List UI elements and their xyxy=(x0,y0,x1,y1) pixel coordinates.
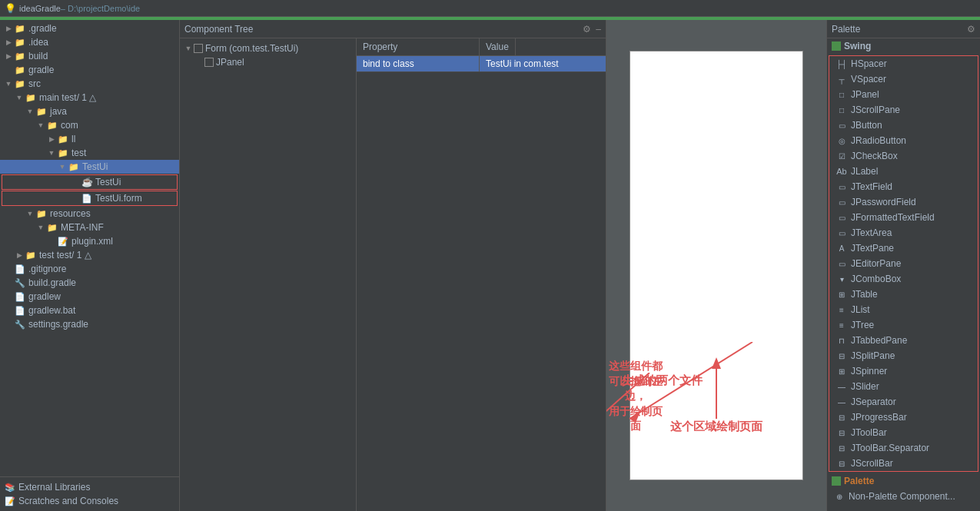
palette-item-hspacer[interactable]: ├┤ HSpacer xyxy=(829,56,978,71)
property-name-bind: bind to class xyxy=(357,56,480,71)
palette-item-jlist[interactable]: ≡ JList xyxy=(829,302,978,317)
non-palette-icon: ⊕ xyxy=(833,490,845,503)
folder-blue-icon: 📁 xyxy=(68,161,80,173)
palette-item-jtoolbar[interactable]: ⊟ JToolBar xyxy=(829,425,978,440)
sidebar-item-gitignore[interactable]: 📄 .gitignore xyxy=(0,262,179,276)
palette-item-jcombobox[interactable]: ▾ JComboBox xyxy=(829,271,978,287)
sidebar-item-test[interactable]: ▼ 📁 test xyxy=(0,146,179,160)
sidebar-item-idea[interactable]: ▶ 📁 .idea xyxy=(0,35,179,49)
main-area: ▶ 📁 .gradle ▶ 📁 .idea ▶ 📁 build xyxy=(0,20,980,511)
sidebar-item-gradle[interactable]: ▶ 📁 .gradle xyxy=(0,22,179,35)
component-tree-list[interactable]: ▼ Form (com.test.TestUi) JPanel xyxy=(180,38,357,511)
palette-item-jpasswordfield[interactable]: ▭ JPasswordField xyxy=(829,194,978,210)
palette-item-jradiobutton[interactable]: ◎ JRadioButton xyxy=(829,133,978,148)
arrow-icon: ▶ xyxy=(46,135,57,143)
palette-title: Palette xyxy=(832,24,860,35)
sidebar-item-ll[interactable]: ▶ 📁 ll xyxy=(0,132,179,146)
gear-icon[interactable]: ⚙ xyxy=(583,24,591,35)
palette-item-jtree[interactable]: ≡ JTree xyxy=(829,317,978,333)
canvas-area: 这个区域绘制页面 生成的两个文件 这些组件都可以拖到左边， 用于绘制页面 xyxy=(606,20,826,511)
palette-item-jpanel[interactable]: □ JPanel xyxy=(829,87,978,102)
sidebar-item-external-libraries[interactable]: 📚 External Libraries xyxy=(5,480,174,494)
minimize-icon[interactable]: – xyxy=(596,24,601,35)
svg-line-4 xyxy=(606,373,649,434)
sidebar-item-meta-inf[interactable]: ▼ 📁 META-INF xyxy=(0,221,179,234)
arrow-icon: ▶ xyxy=(3,38,14,46)
palette-item-jeditorpane[interactable]: ▭ JEditorPane xyxy=(829,256,978,271)
jcombobox-icon: ▾ xyxy=(835,273,848,285)
palette-item-non-palette[interactable]: ⊕ Non-Palette Component... xyxy=(827,489,980,504)
arrow-icon: ▼ xyxy=(35,121,46,129)
ct-item-jpanel[interactable]: JPanel xyxy=(180,55,356,69)
sidebar-item-build[interactable]: ▶ 📁 build xyxy=(0,49,179,63)
property-row-bind[interactable]: bind to class TestUi in com.test xyxy=(357,56,606,72)
file-icon: 📄 xyxy=(14,304,26,317)
palette-group2-label: Palette xyxy=(844,476,874,486)
gradle-icon: 🔧 xyxy=(14,277,26,289)
xml-icon: 📝 xyxy=(57,235,69,247)
arrow-icon: ▼ xyxy=(183,45,194,52)
sidebar-item-test2[interactable]: ▶ 📁 test test/ 1 △ xyxy=(0,248,179,262)
ct-item-form[interactable]: ▼ Form (com.test.TestUi) xyxy=(180,41,356,55)
jtree-icon: ≡ xyxy=(835,319,848,331)
top-bar: 💡 ideaGradle – D:\projectDemo\ide xyxy=(0,0,980,17)
jspinner-icon: ⊞ xyxy=(835,365,848,377)
sidebar-item-scratches[interactable]: 📝 Scratches and Consoles xyxy=(5,494,174,508)
palette-item-jlabel[interactable]: Ab JLabel xyxy=(829,164,978,179)
jscrollbar-icon: ⊟ xyxy=(835,457,848,470)
sidebar-item-java[interactable]: ▼ 📁 java xyxy=(0,105,179,118)
palette-item-jscrollbar[interactable]: ⊟ JScrollBar xyxy=(829,456,978,471)
arrow-icon: ▼ xyxy=(25,210,35,217)
arrow-icon: ▼ xyxy=(57,163,68,171)
palette-item-vspacer[interactable]: ┬ VSpacer xyxy=(829,71,978,87)
palette-item-jformattedtextfield[interactable]: ▭ JFormattedTextField xyxy=(829,210,978,225)
jtoolbar-icon: ⊟ xyxy=(835,426,848,439)
folder-icon: 📁 xyxy=(14,36,26,48)
sidebar-item-resources[interactable]: ▼ 📁 resources xyxy=(0,207,179,221)
sidebar-item-gradlew-bat[interactable]: 📄 gradlew.bat xyxy=(0,304,179,317)
sidebar-item-settings-gradle[interactable]: 🔧 settings.gradle xyxy=(0,317,179,331)
component-tree-title: Component Tree xyxy=(184,24,253,35)
palette-item-jslider[interactable]: — JSlider xyxy=(829,379,978,394)
palette-check2 xyxy=(832,476,841,486)
jeditorpane-icon: ▭ xyxy=(835,257,848,270)
palette-item-jseparator[interactable]: — JSeparator xyxy=(829,394,978,410)
palette-panel: Palette ⚙ Swing ├┤ HSpacer xyxy=(826,20,980,511)
palette-item-jscrollpane[interactable]: □ JScrollPane xyxy=(829,102,978,118)
arrow-icon: ▼ xyxy=(3,80,14,88)
palette-item-jtabbedpane[interactable]: ⊓ JTabbedPane xyxy=(829,333,978,348)
app-path: – D:\projectDemo\ide xyxy=(61,4,140,13)
sidebar-item-com[interactable]: ▼ 📁 com xyxy=(0,118,179,132)
palette-item-jbutton[interactable]: ▭ JButton xyxy=(829,118,978,133)
folder-icon: 📁 xyxy=(14,64,26,76)
palette-header-actions: ⚙ xyxy=(967,24,975,35)
jpanel-checkbox xyxy=(204,58,214,67)
sidebar-item-main[interactable]: ▼ 📁 main test/ 1 △ xyxy=(0,91,179,105)
palette-item-jtextpane[interactable]: A JTextPane xyxy=(829,241,978,256)
sidebar-item-build-gradle[interactable]: 🔧 build.gradle xyxy=(0,276,179,290)
jpanel-icon: □ xyxy=(835,88,848,101)
palette-item-jtextfield[interactable]: ▭ JTextField xyxy=(829,179,978,194)
palette-item-jtoolbar-separator[interactable]: ⊟ JToolBar.Separator xyxy=(829,440,978,456)
palette-item-jtable[interactable]: ⊞ JTable xyxy=(829,287,978,302)
folder-blue-icon: 📁 xyxy=(35,105,48,118)
jformattedtextfield-icon: ▭ xyxy=(835,211,848,224)
swing-group-label: Swing xyxy=(844,41,871,51)
sidebar-item-gradlew[interactable]: 📄 gradlew xyxy=(0,290,179,304)
sidebar-tree[interactable]: ▶ 📁 .gradle ▶ 📁 .idea ▶ 📁 build xyxy=(0,20,179,476)
sidebar-item-testui-java[interactable]: ☕ TestUi xyxy=(2,174,178,190)
sidebar-item-testui-form[interactable]: 📄 TestUi.form xyxy=(2,191,178,206)
palette-item-jsplitpane[interactable]: ⊟ JSplitPane xyxy=(829,348,978,363)
jbutton-icon: ▭ xyxy=(835,119,848,131)
sidebar-item-testui-folder[interactable]: ▼ 📁 TestUi xyxy=(0,160,179,174)
palette-item-jtextarea[interactable]: ▭ JTextArea xyxy=(829,225,978,241)
ct-jpanel-label: JPanel xyxy=(216,57,244,68)
palette-item-jcheckbox[interactable]: ☑ JCheckBox xyxy=(829,148,978,164)
sidebar-item-src[interactable]: ▼ 📁 src xyxy=(0,77,179,91)
palette-gear-icon[interactable]: ⚙ xyxy=(967,24,975,35)
palette-item-jprogressbar[interactable]: ⊟ JProgressBar xyxy=(829,410,978,425)
property-value-bind: TestUi in com.test xyxy=(480,56,565,71)
palette-item-jspinner[interactable]: ⊞ JSpinner xyxy=(829,363,978,379)
sidebar-item-plugin-xml[interactable]: 📝 plugin.xml xyxy=(0,234,179,248)
sidebar-item-gradle2[interactable]: 📁 gradle xyxy=(0,63,179,77)
